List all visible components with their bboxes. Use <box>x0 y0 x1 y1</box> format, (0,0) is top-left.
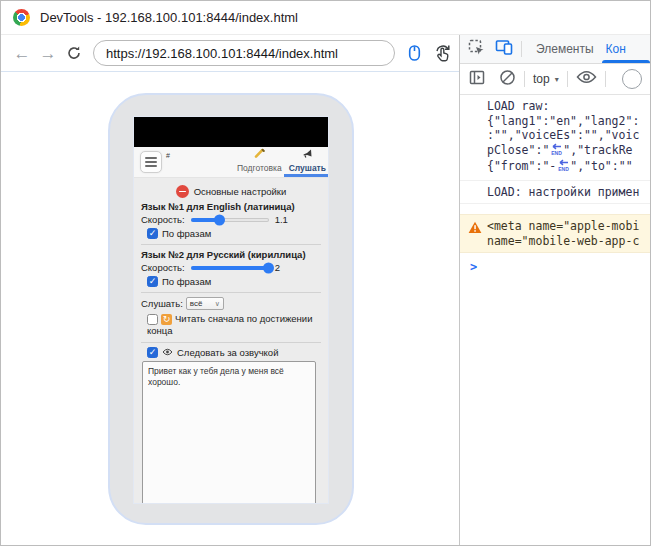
phrases-checkbox-lang2[interactable]: ✓ <box>147 276 158 287</box>
screencast-viewport: # Подготовка <box>1 72 459 546</box>
hamburger-menu-button[interactable] <box>140 151 162 173</box>
inspect-element-icon[interactable] <box>468 39 485 60</box>
tab-listen-label: Слушать <box>289 163 326 173</box>
phone-status-bar <box>134 117 328 147</box>
device-toolbar-icon[interactable] <box>495 39 513 59</box>
screencast-nav-bar: ← → <box>1 35 459 72</box>
pencil-icon <box>254 144 265 162</box>
active-tab-underline <box>284 174 328 177</box>
forward-icon[interactable]: → <box>35 45 61 62</box>
tab-console[interactable]: Кон <box>600 35 650 63</box>
svg-text:END: END <box>552 150 563 156</box>
console-log-entry: LOAD raw: {"lang1":"en","lang2": :"","vo… <box>460 95 650 181</box>
speed-value-lang1: 1.1 <box>275 214 288 225</box>
divider <box>521 41 522 57</box>
follow-label: Следовать за озвучкой <box>177 347 278 358</box>
console-prompt[interactable]: > <box>460 253 650 279</box>
url-input[interactable] <box>93 40 395 66</box>
mouse-mode-icon[interactable] <box>407 44 422 62</box>
clear-console-icon[interactable] <box>499 69 516 90</box>
slider-thumb[interactable] <box>263 262 274 273</box>
tab-listen[interactable]: Слушать <box>289 144 326 173</box>
divider <box>141 244 321 245</box>
app-header: # Подготовка <box>134 147 328 178</box>
slider-thumb[interactable] <box>214 214 225 225</box>
devtools-pane: Элементы Кон top ▾ <box>459 35 650 546</box>
console-sidebar-icon[interactable] <box>469 70 486 89</box>
end-arrow-glyph: END <box>556 159 570 176</box>
filter-icon[interactable] <box>622 69 642 89</box>
phrases-label-lang1: По фразам <box>162 228 211 239</box>
devtools-tab-bar: Элементы Кон <box>460 35 650 64</box>
devtools-window: DevTools - 192.168.100.101:8444/index.ht… <box>0 0 651 546</box>
console-log-entry: LOAD: настройки примен <box>460 181 650 205</box>
reading-textarea[interactable]: Привет как у тебя дела у меня всё хорошо… <box>142 361 316 504</box>
follow-checkbox[interactable]: ✓ <box>147 347 158 358</box>
screencast-pane: ← → <box>1 35 459 546</box>
divider <box>524 71 525 87</box>
speed-label-lang1: Скорость: <box>141 214 185 225</box>
speed-slider-lang2[interactable] <box>191 266 269 270</box>
console-warning-entry: <meta name="apple-mobi name="mobile-web-… <box>460 214 650 253</box>
live-expression-eye-icon[interactable] <box>576 70 597 88</box>
tab-prepare[interactable]: Подготовка <box>237 144 282 173</box>
speed-slider-lang1[interactable] <box>191 218 269 222</box>
tab-prepare-label: Подготовка <box>237 163 282 173</box>
listen-select-label: Слушать: <box>141 298 183 309</box>
console-tab-underline <box>602 60 650 63</box>
eye-icon <box>162 347 173 358</box>
lang2-title: Язык №2 для Русский (кириллица) <box>141 249 321 260</box>
warning-icon <box>468 221 482 238</box>
phrases-checkbox-lang1[interactable]: ✓ <box>147 228 158 239</box>
settings-header-label: Основные настройки <box>194 186 287 197</box>
divider <box>141 342 321 343</box>
lang1-title: Язык №1 для English (латиница) <box>141 201 321 212</box>
window-title: DevTools - 192.168.100.101:8444/index.ht… <box>40 10 298 25</box>
select-caret-icon: ∨ <box>215 300 220 308</box>
end-arrow-glyph: END <box>549 143 563 160</box>
divider <box>605 71 606 87</box>
hash-badge: # <box>166 152 170 159</box>
reload-icon[interactable] <box>61 45 87 61</box>
speed-label-lang2: Скорость: <box>141 262 185 273</box>
speed-value-lang2: 2 <box>275 262 280 273</box>
back-icon[interactable]: ← <box>9 45 35 62</box>
divider <box>567 71 568 87</box>
app-content: Основные настройки Язык №1 для English (… <box>134 178 328 504</box>
listen-select[interactable]: всё ∨ <box>186 297 224 310</box>
listen-icon <box>302 144 313 162</box>
console-output: LOAD raw: {"lang1":"en","lang2": :"","vo… <box>460 95 650 546</box>
repeat-checkbox[interactable]: ✓ <box>147 314 158 325</box>
phone-frame: # Подготовка <box>108 93 354 525</box>
repeat-icon: ↻ <box>161 314 172 325</box>
collapse-settings-button[interactable] <box>176 185 189 198</box>
console-toolbar: top ▾ <box>460 64 650 95</box>
context-selector[interactable]: top ▾ <box>533 72 559 86</box>
prompt-chevron-icon: > <box>470 260 477 274</box>
svg-text:END: END <box>558 166 569 172</box>
touch-gesture-icon[interactable] <box>434 44 451 62</box>
phone-screen: # Подготовка <box>133 116 329 504</box>
tab-elements[interactable]: Элементы <box>530 35 600 63</box>
phrases-label-lang2: По фразам <box>162 276 211 287</box>
divider <box>141 292 321 293</box>
chrome-logo-icon <box>13 9 30 26</box>
dropdown-caret-icon: ▾ <box>555 75 559 84</box>
title-bar: DevTools - 192.168.100.101:8444/index.ht… <box>1 1 650 35</box>
